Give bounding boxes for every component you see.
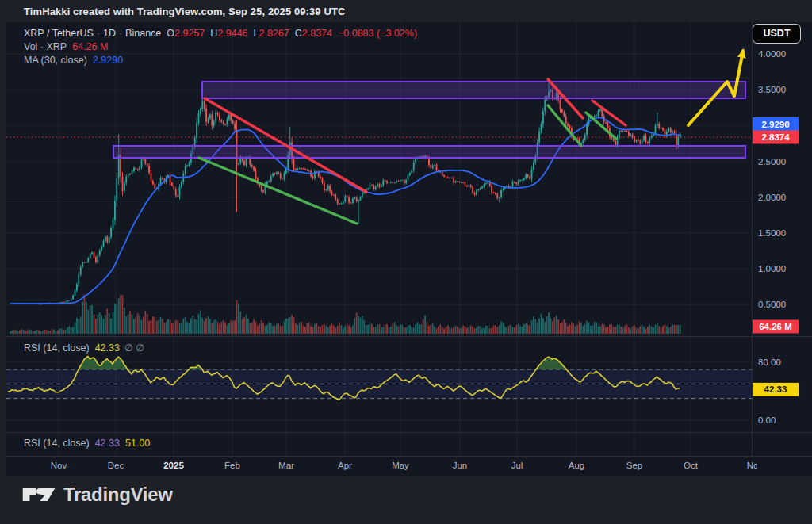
svg-text:Feb: Feb <box>224 461 240 470</box>
svg-text:Apr: Apr <box>338 461 352 470</box>
svg-text:Aug: Aug <box>569 461 584 470</box>
lower-support-zone <box>113 146 745 158</box>
svg-text:42.33: 42.33 <box>764 384 787 394</box>
chart-area: 4.00003.50002.50002.00001.50001.00000.50… <box>6 22 812 476</box>
svg-text:2.0000: 2.0000 <box>758 193 786 202</box>
svg-text:64.26 M: 64.26 M <box>759 322 792 331</box>
separator-dot: · <box>94 28 103 39</box>
rsi2-value1: 42.33 <box>90 438 120 449</box>
rsi-badge: 42.33 <box>753 383 799 396</box>
svg-text:Jun: Jun <box>453 461 468 470</box>
low-letter: L <box>248 28 259 39</box>
rsi-label: RSI (14, close) <box>24 342 90 354</box>
chart-canvas[interactable]: 4.00003.50002.50002.00001.50001.00000.50… <box>6 22 812 476</box>
svg-text:May: May <box>392 461 409 470</box>
separator-dot: · <box>116 28 125 39</box>
exchange-label: Binance <box>125 28 161 39</box>
currency-toggle-button[interactable]: USDT <box>753 24 801 44</box>
volume-row[interactable]: Vol · XRP64.26 M <box>24 40 417 54</box>
svg-text:0.00: 0.00 <box>758 415 776 425</box>
svg-text:2.9290: 2.9290 <box>761 120 789 129</box>
symbol-row[interactable]: XRP / TetherUS·1D·BinanceO2.9257H2.9446L… <box>24 27 417 40</box>
svg-text:Oct: Oct <box>684 461 699 470</box>
change-value: −0.0883 (−3.02%) <box>332 28 417 39</box>
rsi2-label: RSI (14, close) <box>24 438 90 449</box>
ma-row[interactable]: MA (30, close)2.9290 <box>24 54 417 67</box>
legend: XRP / TetherUS·1D·BinanceO2.9257H2.9446L… <box>24 27 417 67</box>
rsi-value: 42.33 <box>90 342 120 354</box>
attribution-text: TimHakki created with TradingView.com, S… <box>24 0 345 22</box>
rsi-indicator-row[interactable]: RSI (14, close)42.33∅ ∅ <box>24 342 144 355</box>
high-letter: H <box>205 28 217 39</box>
rsi2-value2: 51.00 <box>120 438 150 449</box>
volume-badge: 64.26 M <box>753 320 799 334</box>
close-letter: C <box>289 28 302 39</box>
interval-label: 1D <box>103 28 116 39</box>
upper-supply-zone <box>202 82 745 98</box>
svg-text:2025: 2025 <box>163 461 184 470</box>
volume-label: Vol · XRP <box>24 41 67 52</box>
svg-text:4.0000: 4.0000 <box>758 49 786 59</box>
symbol-title: XRP / TetherUS <box>24 28 94 39</box>
high-value: 2.9446 <box>217 28 247 39</box>
svg-text:Jul: Jul <box>511 461 523 470</box>
tradingview-logo-text: TradingView <box>63 484 173 506</box>
rsi2-indicator-row[interactable]: RSI (14, close)42.3351.00 <box>24 437 150 450</box>
volume-value: 64.26 M <box>67 41 108 52</box>
tradingview-footer[interactable]: TradingView <box>22 483 173 507</box>
svg-text:Dec: Dec <box>108 461 124 470</box>
svg-text:2.5000: 2.5000 <box>758 157 786 166</box>
svg-text:0.5000: 0.5000 <box>758 300 786 309</box>
svg-text:3.5000: 3.5000 <box>758 85 786 94</box>
close-value: 2.8374 <box>302 28 332 39</box>
svg-text:2.8374: 2.8374 <box>761 132 790 142</box>
ma-label: MA (30, close) <box>24 55 87 66</box>
close-price-badge: 2.8374 <box>753 131 799 144</box>
svg-text:1.0000: 1.0000 <box>758 264 786 273</box>
tradingview-logo-icon <box>22 483 56 507</box>
rsi-hidden-sources: ∅ ∅ <box>120 342 144 354</box>
open-letter: O <box>161 28 174 39</box>
svg-text:Nov: Nov <box>51 461 67 470</box>
ma-price-badge: 2.9290 <box>753 117 799 131</box>
tradingview-snapshot-frame: TimHakki created with TradingView.com, S… <box>0 0 812 524</box>
ma-value: 2.9290 <box>87 55 123 66</box>
svg-text:80.00: 80.00 <box>758 358 781 367</box>
svg-text:1.5000: 1.5000 <box>758 228 786 238</box>
low-value: 2.8267 <box>259 28 289 39</box>
open-value: 2.9257 <box>174 28 205 39</box>
svg-text:Mar: Mar <box>278 461 294 470</box>
svg-text:Sep: Sep <box>626 461 642 470</box>
